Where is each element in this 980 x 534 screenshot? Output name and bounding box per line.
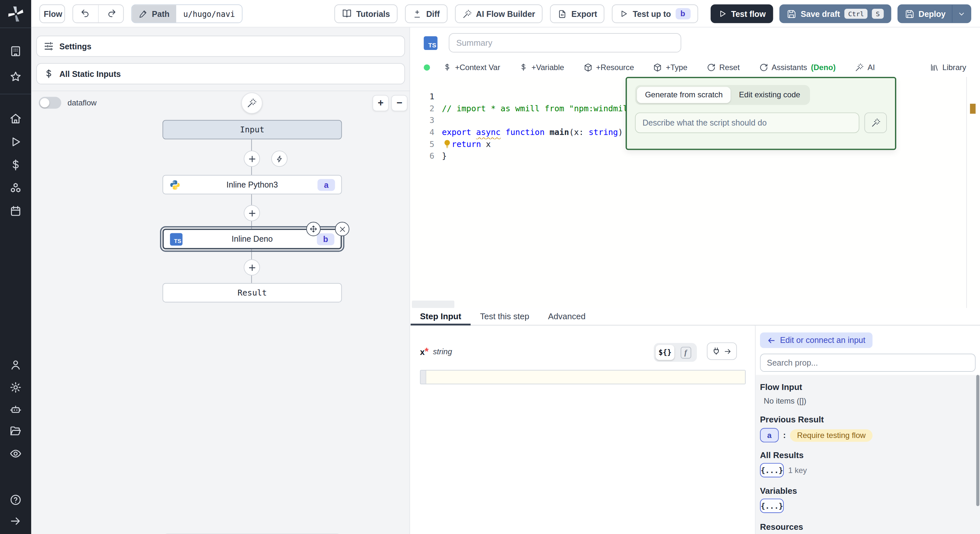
delete-step-button[interactable]: [335, 222, 349, 236]
expression-mode-chip[interactable]: ${}: [655, 345, 674, 360]
assistants-button[interactable]: Assistants (Deno): [759, 63, 835, 72]
all-results-object-chip[interactable]: {...}: [760, 463, 784, 477]
diff-button[interactable]: Diff: [405, 4, 447, 23]
test-up-to-button[interactable]: Test up to b: [612, 4, 698, 23]
move-icon: [309, 225, 317, 233]
export-button[interactable]: Export: [550, 4, 605, 23]
undo-redo-group: [72, 4, 124, 23]
book-icon: [342, 9, 352, 19]
path-value[interactable]: u/hugo/navi: [176, 5, 242, 22]
path-edit-segment[interactable]: Path: [132, 5, 176, 22]
plus-icon: [248, 155, 256, 163]
sidebar-item-schedules[interactable]: [0, 201, 31, 221]
variables-heading: Variables: [760, 486, 980, 495]
previous-result-row: a : Require testing flow: [760, 428, 980, 442]
dataflow-toggle[interactable]: [39, 97, 61, 109]
flow-kind-button[interactable]: Flow: [39, 4, 65, 23]
flow-input-empty: No items ([]): [764, 397, 980, 405]
function-mode-chip[interactable]: f: [676, 345, 695, 360]
summary-input[interactable]: [449, 33, 681, 52]
edit-or-connect-button[interactable]: Edit or connect an input: [760, 332, 872, 348]
ai-generate-button[interactable]: [864, 113, 887, 134]
sidebar-collapse-toggle[interactable]: [0, 511, 31, 531]
add-resource-button[interactable]: +Resource: [584, 63, 634, 72]
graph-ai-wand-button[interactable]: [241, 92, 262, 114]
wand-icon: [247, 98, 257, 108]
flow-input-heading: Flow Input: [760, 383, 980, 392]
tab-advanced[interactable]: Advanced: [539, 308, 595, 325]
add-context-var-button[interactable]: +Context Var: [443, 63, 500, 72]
tab-test-this-step[interactable]: Test this step: [471, 308, 539, 325]
top-toolbar: Flow Path u/hugo/navi Tutorials Diff: [31, 0, 980, 28]
colon: :: [783, 431, 786, 440]
add-step-button[interactable]: [244, 259, 260, 275]
tab-edit-existing-code[interactable]: Edit existing code: [731, 87, 808, 103]
sidebar-item-workers[interactable]: [0, 399, 31, 420]
prev-step-badge[interactable]: a: [760, 428, 779, 442]
gear-icon: [10, 381, 22, 394]
plus-icon: [248, 264, 256, 272]
variables-object-chip[interactable]: {...}: [760, 499, 784, 513]
deploy-button[interactable]: Deploy: [897, 4, 971, 23]
sidebar-item-variables[interactable]: [0, 155, 31, 175]
undo-button[interactable]: [73, 5, 98, 22]
add-step-button[interactable]: [244, 205, 260, 221]
tutorials-button[interactable]: Tutorials: [334, 4, 397, 23]
sidebar-item-settings[interactable]: [0, 377, 31, 397]
redo-button[interactable]: [98, 5, 123, 22]
sidebar-item-home[interactable]: [0, 109, 31, 129]
sidebar-item-users[interactable]: [0, 355, 31, 375]
add-trigger-button[interactable]: [271, 151, 288, 167]
zoom-in-button[interactable]: +: [372, 95, 389, 111]
sidebar-item-folders[interactable]: [0, 421, 31, 441]
sidebar-item-favorites[interactable]: [0, 67, 31, 87]
step-header: TS Save to workspace: [410, 28, 980, 57]
add-variable-button[interactable]: +Variable: [520, 63, 564, 72]
variables-row: {...}: [760, 499, 980, 513]
save-draft-button[interactable]: Save draft Ctrl S: [780, 4, 891, 23]
building-icon: [10, 45, 22, 58]
ai-flow-builder-button[interactable]: AI Flow Builder: [455, 4, 542, 23]
ai-button[interactable]: AI: [855, 63, 875, 72]
plus-icon: [248, 209, 256, 217]
kbd-s: S: [872, 9, 883, 19]
test-flow-button[interactable]: Test flow: [710, 4, 773, 23]
tab-generate-from-scratch[interactable]: Generate from scratch: [637, 87, 731, 103]
sidebar-item-resources[interactable]: [0, 178, 31, 198]
node-flow-input[interactable]: Input: [162, 120, 342, 140]
move-step-button[interactable]: [306, 222, 321, 236]
sidebar-item-help[interactable]: [0, 490, 31, 510]
zoom-out-button[interactable]: −: [391, 95, 407, 111]
connect-input-button[interactable]: [707, 342, 737, 360]
file-code-icon: [557, 9, 567, 19]
windmill-logo-icon[interactable]: [0, 4, 31, 24]
play-icon: [718, 10, 727, 18]
kbd-ctrl: Ctrl: [844, 9, 868, 19]
node-inline-deno-selected[interactable]: TS Inline Deno b: [162, 229, 342, 250]
wand-icon: [871, 118, 880, 127]
deploy-dropdown-toggle[interactable]: [952, 5, 970, 22]
panel-scrollbar[interactable]: [976, 375, 979, 506]
node-inline-python[interactable]: Inline Python3 a: [162, 175, 342, 194]
x-value-input[interactable]: [420, 370, 745, 384]
sidebar-item-runs[interactable]: [0, 132, 31, 152]
all-static-inputs-card[interactable]: All Static Inputs: [37, 63, 405, 84]
sidebar-item-workspace[interactable]: [0, 41, 31, 61]
undo-icon: [81, 9, 91, 19]
add-step-button[interactable]: [244, 151, 260, 167]
arrow-left-icon: [767, 336, 776, 345]
flow-settings-card[interactable]: Settings: [37, 36, 405, 57]
reset-button[interactable]: Reset: [707, 63, 740, 72]
ai-prompt-input[interactable]: [635, 113, 859, 134]
add-type-button[interactable]: +Type: [654, 63, 687, 72]
node-result[interactable]: Result: [162, 283, 342, 302]
path-control[interactable]: Path u/hugo/navi: [131, 4, 242, 23]
library-button[interactable]: Library: [930, 63, 966, 72]
tab-step-input[interactable]: Step Input: [410, 308, 471, 325]
prop-search-input[interactable]: [760, 354, 975, 372]
step-id-badge: a: [317, 179, 335, 191]
horizontal-scrollbar[interactable]: [412, 300, 454, 308]
eye-icon: [10, 447, 22, 460]
package-icon: [584, 63, 592, 72]
sidebar-item-audit[interactable]: [0, 443, 31, 464]
